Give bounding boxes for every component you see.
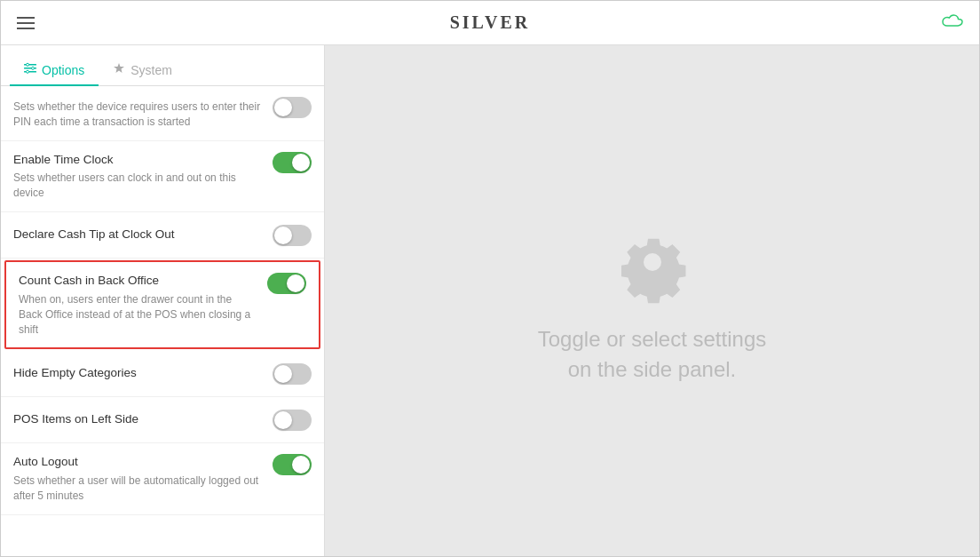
setting-pos-items-left: POS Items on Left Side (1, 397, 324, 443)
auto-logout-toggle[interactable] (273, 454, 312, 475)
tab-system-label: System (130, 63, 172, 77)
app-container: SILVER (0, 0, 980, 557)
svg-point-5 (27, 70, 29, 73)
auto-logout-desc: Sets whether a user will be automaticall… (13, 473, 264, 504)
svg-point-4 (32, 67, 35, 69)
cloud-icon (938, 12, 963, 35)
setting-enable-time-clock: Enable Time Clock Sets whether users can… (1, 141, 324, 212)
enable-time-clock-label: Enable Time Clock (13, 152, 264, 169)
left-panel: Options System Sets whether the devi (1, 45, 325, 556)
count-cash-back-office-label: Count Cash in Back Office (19, 273, 258, 290)
hamburger-menu[interactable] (17, 17, 35, 29)
right-panel: Toggle or select settings on the side pa… (325, 45, 979, 556)
hide-empty-categories-label: Hide Empty Categories (13, 365, 264, 382)
svg-point-3 (27, 63, 29, 66)
settings-list: Sets whether the device requires users t… (1, 86, 324, 556)
hide-empty-categories-toggle[interactable] (273, 363, 312, 385)
gear-icon-large (608, 218, 697, 306)
app-title: SILVER (450, 12, 531, 33)
setting-hide-empty-categories: Hide Empty Categories (1, 351, 324, 397)
svg-point-7 (644, 253, 661, 271)
tab-options-label: Options (42, 63, 84, 77)
system-icon (113, 62, 125, 77)
count-cash-back-office-toggle[interactable] (267, 273, 306, 294)
declare-cash-tip-label: Declare Cash Tip at Clock Out (13, 227, 264, 243)
tab-options[interactable]: Options (10, 53, 99, 86)
setting-auto-logout: Auto Logout Sets whether a user will be … (1, 443, 324, 514)
declare-cash-tip-toggle[interactable] (273, 225, 312, 246)
setting-count-cash-back-office: Count Cash in Back Office When on, users… (4, 260, 320, 349)
require-pin-desc: Sets whether the device requires users t… (13, 99, 264, 130)
require-pin-toggle[interactable] (273, 97, 312, 118)
svg-marker-6 (114, 63, 124, 73)
top-bar: SILVER (1, 1, 979, 45)
options-icon (24, 62, 36, 77)
enable-time-clock-toggle[interactable] (273, 152, 312, 173)
enable-time-clock-desc: Sets whether users can clock in and out … (13, 171, 264, 201)
tab-system[interactable]: System (99, 53, 186, 86)
count-cash-back-office-desc: When on, users enter the drawer count in… (19, 292, 258, 337)
right-panel-message: Toggle or select settings on the side pa… (538, 324, 766, 384)
pos-items-left-toggle[interactable] (273, 410, 312, 431)
setting-declare-cash-tip: Declare Cash Tip at Clock Out (1, 212, 324, 259)
tabs-container: Options System (1, 45, 324, 86)
main-content: Options System Sets whether the devi (1, 45, 979, 556)
auto-logout-label: Auto Logout (13, 454, 264, 471)
pos-items-left-label: POS Items on Left Side (13, 411, 264, 428)
setting-require-pin: Sets whether the device requires users t… (1, 86, 324, 141)
